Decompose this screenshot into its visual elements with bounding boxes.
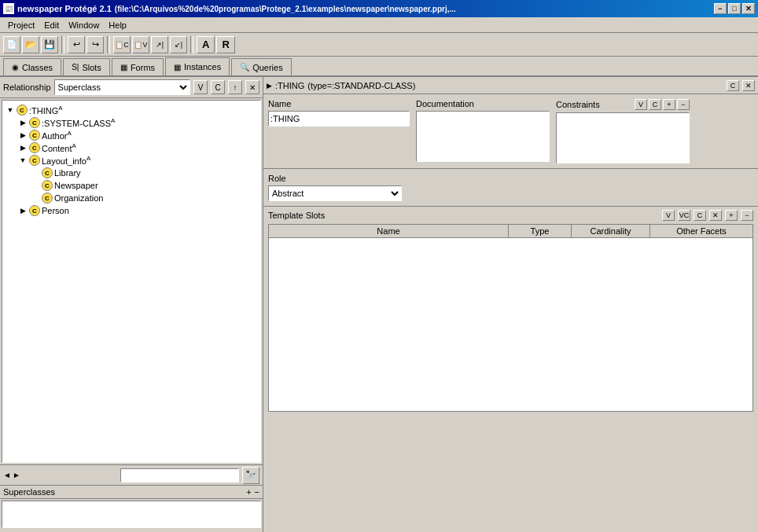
- tree-label-newspaper: Newspaper: [54, 181, 98, 190]
- tab-classes-label: Classes: [22, 63, 53, 72]
- tree-item-system-class[interactable]: ▶ C :SYSTEM-CLASSA: [18, 116, 257, 129]
- copy-class-button[interactable]: 📋C: [113, 36, 131, 53]
- superclasses-add-button[interactable]: +: [246, 487, 251, 497]
- search-button[interactable]: 🔭: [242, 467, 259, 484]
- superclasses-remove-button[interactable]: −: [255, 487, 259, 497]
- expand-person[interactable]: ▶: [18, 206, 28, 215]
- tab-slots[interactable]: S| Slots: [63, 58, 110, 75]
- ts-vc-button[interactable]: VC: [678, 210, 690, 221]
- expand-organization[interactable]: [31, 193, 40, 203]
- paste-class-button[interactable]: 📋V: [132, 36, 149, 53]
- ts-minus-button[interactable]: −: [741, 210, 753, 221]
- tab-queries[interactable]: 🔍 Queries: [231, 58, 292, 75]
- toolbar-separator-1: [61, 36, 64, 53]
- undo-button[interactable]: ↩: [68, 36, 85, 53]
- toolbar-separator-3: [190, 36, 193, 53]
- tree-label-library: Library: [54, 168, 81, 178]
- tree-item-library[interactable]: C Library: [31, 167, 257, 179]
- ts-c-button[interactable]: C: [694, 210, 706, 221]
- search-input[interactable]: [120, 468, 239, 482]
- expand-thing[interactable]: ▼: [6, 105, 15, 115]
- class-icon-person: C: [29, 205, 40, 216]
- relationship-select[interactable]: Superclass: [54, 79, 190, 95]
- name-group: Name: [268, 99, 410, 163]
- role-group: Role Abstract Concrete: [268, 174, 402, 201]
- tab-instances[interactable]: ▦ Instances: [165, 57, 230, 75]
- class-icon-organization: C: [42, 193, 53, 204]
- expand-system-class[interactable]: ▶: [18, 118, 28, 127]
- expand-author[interactable]: ▶: [18, 130, 28, 140]
- tree-item-author[interactable]: ▶ C AuthorA: [18, 129, 257, 141]
- left-panel: Relationship Superclass V C ↑ ✕ ▼ C :THI…: [0, 77, 263, 532]
- font-a-button[interactable]: A: [197, 36, 215, 53]
- ts-x-button[interactable]: ✕: [709, 210, 722, 221]
- save-button[interactable]: 💾: [41, 36, 58, 53]
- scroll-left-arrow[interactable]: ◄: [3, 471, 11, 479]
- tree-label-person: Person: [42, 206, 69, 215]
- name-input[interactable]: [268, 111, 410, 127]
- tree-indent-1: ▶ C :SYSTEM-CLASSA ▶ C AuthorA ▶ C Conte…: [18, 116, 257, 217]
- menu-window[interactable]: Window: [64, 19, 104, 31]
- role-select[interactable]: Abstract Concrete: [268, 185, 402, 201]
- class-icon-newspaper: C: [42, 180, 53, 191]
- constraints-v-button[interactable]: V: [635, 99, 647, 110]
- ts-plus-button[interactable]: +: [725, 210, 738, 221]
- tree-item-organization[interactable]: C Organization: [31, 192, 257, 204]
- right-c-button[interactable]: C: [727, 80, 739, 91]
- tab-forms[interactable]: ▦ Forms: [112, 58, 164, 75]
- menu-bar: Project Edit Window Help: [0, 17, 758, 33]
- expand-content[interactable]: ▶: [18, 143, 28, 152]
- class-tree[interactable]: ▼ C :THINGA ▶ C :SYSTEM-CLASSA ▶ C Autho…: [2, 100, 261, 463]
- relationship-label: Relationship: [3, 83, 51, 92]
- constraints-c-button[interactable]: C: [649, 99, 661, 110]
- menu-edit[interactable]: Edit: [39, 19, 64, 31]
- tree-item-person[interactable]: ▶ C Person: [18, 204, 257, 217]
- template-slots-label: Template Slots: [268, 211, 325, 220]
- tab-instances-label: Instances: [184, 62, 221, 72]
- superclasses-header: Superclasses + −: [0, 486, 263, 499]
- tree-item-layout-info[interactable]: ▼ C Layout_infoA: [18, 154, 257, 167]
- new-button[interactable]: 📄: [3, 36, 20, 53]
- tree-label-author: AuthorA: [42, 130, 72, 141]
- expand-library[interactable]: [31, 168, 40, 178]
- rel-c-button[interactable]: C: [211, 80, 225, 94]
- tree-item-content[interactable]: ▶ C ContentA: [18, 141, 257, 154]
- main-content: Relationship Superclass V C ↑ ✕ ▼ C :THI…: [0, 77, 758, 532]
- rel-v-button[interactable]: V: [193, 80, 208, 94]
- ts-v-button[interactable]: V: [662, 210, 675, 221]
- font-r-button[interactable]: R: [216, 36, 234, 53]
- export-button[interactable]: ↗|: [151, 36, 168, 53]
- template-slots-section: Template Slots V VC C ✕ + − Name Type Ca…: [263, 207, 758, 532]
- menu-help[interactable]: Help: [104, 19, 131, 31]
- constraints-plus-button[interactable]: +: [663, 99, 675, 110]
- tree-item-newspaper[interactable]: C Newspaper: [31, 179, 257, 192]
- template-slots-header: Template Slots V VC C ✕ + −: [268, 210, 753, 221]
- maximize-button[interactable]: □: [728, 3, 741, 14]
- binoculars-icon: 🔭: [245, 470, 256, 480]
- documentation-textarea[interactable]: [416, 111, 550, 162]
- tab-classes[interactable]: ◉ Classes: [3, 58, 61, 75]
- rel-close-button[interactable]: ✕: [245, 80, 259, 94]
- open-button[interactable]: 📂: [22, 36, 39, 53]
- tree-label-content: ContentA: [42, 142, 76, 153]
- tree-item-thing[interactable]: ▼ C :THINGA: [6, 104, 257, 116]
- right-title-name: :THING: [275, 81, 304, 90]
- import-button[interactable]: ↙|: [170, 36, 187, 53]
- name-label: Name: [268, 99, 410, 108]
- constraints-group: Constraints V C + −: [556, 99, 690, 163]
- col-cardinality: Cardinality: [572, 225, 650, 237]
- minimize-button[interactable]: −: [714, 3, 727, 14]
- filepath-text: (file:\C:\Arquivos%20de%20programas\Prot…: [115, 5, 456, 13]
- right-close-button[interactable]: ✕: [742, 80, 755, 91]
- search-bar: ◄ ► 🔭: [0, 464, 263, 485]
- rel-up-button[interactable]: ↑: [228, 80, 242, 94]
- close-button[interactable]: ✕: [742, 3, 755, 14]
- tree-label-organization: Organization: [54, 193, 103, 203]
- redo-button[interactable]: ↪: [86, 36, 104, 53]
- right-title-bar: ▶ :THING (type=:STANDARD-CLASS) C ✕: [263, 77, 758, 94]
- expand-layout-info[interactable]: ▼: [18, 156, 28, 165]
- menu-project[interactable]: Project: [3, 19, 39, 31]
- constraints-minus-button[interactable]: −: [677, 99, 690, 110]
- expand-newspaper[interactable]: [31, 181, 40, 190]
- scroll-right-arrow[interactable]: ►: [13, 471, 20, 479]
